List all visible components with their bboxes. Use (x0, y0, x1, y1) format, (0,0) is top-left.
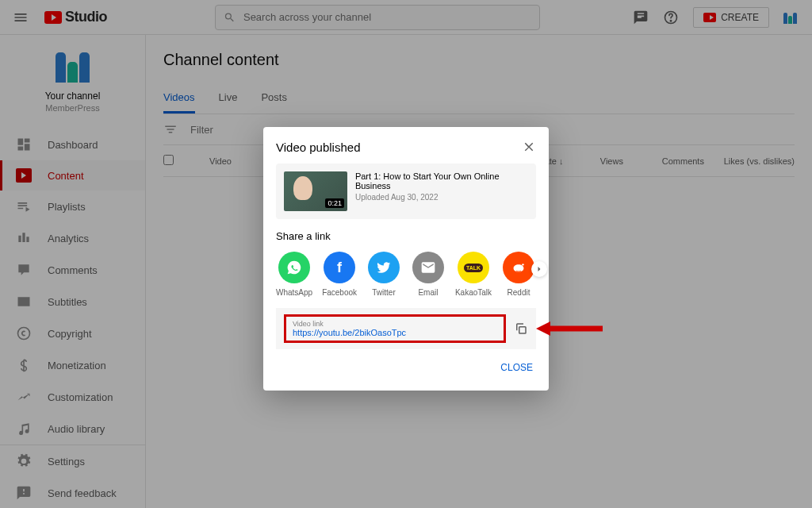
reddit-icon (503, 252, 534, 283)
facebook-icon: f (324, 252, 355, 283)
close-button[interactable]: CLOSE (497, 357, 536, 378)
video-published-dialog: Video published 0:21 Part 1: How to Star… (263, 127, 549, 391)
annotation-arrow (536, 319, 603, 338)
share-facebook[interactable]: fFacebook (322, 252, 357, 297)
kakaotalk-icon: TALK (458, 252, 489, 283)
share-email[interactable]: Email (411, 252, 446, 297)
share-kakaotalk[interactable]: TALKKakaoTalk (455, 252, 492, 297)
share-heading: Share a link (276, 230, 536, 242)
modal-overlay[interactable]: Video published 0:21 Part 1: How to Star… (0, 0, 812, 508)
share-twitter[interactable]: Twitter (366, 252, 401, 297)
video-link-url[interactable]: https://youtu.be/2bikOasoTpc (293, 328, 497, 337)
video-thumbnail: 0:21 (284, 171, 347, 211)
share-row: WhatsApp fFacebook Twitter Email TALKKak… (276, 252, 536, 297)
copy-icon[interactable] (514, 321, 528, 336)
dialog-header: Video published (276, 140, 536, 154)
share-scroll-right[interactable] (531, 261, 547, 277)
video-link-highlight: Video link https://youtu.be/2bikOasoTpc (284, 314, 506, 343)
twitter-icon (368, 252, 400, 283)
svg-point-5 (522, 264, 523, 265)
email-icon (412, 252, 444, 283)
share-reddit[interactable]: Reddit (501, 252, 536, 297)
whatsapp-icon (278, 252, 310, 283)
svg-rect-6 (519, 327, 526, 333)
close-icon[interactable] (522, 140, 536, 154)
dialog-footer: CLOSE (276, 357, 536, 378)
video-link-label: Video link (293, 320, 497, 328)
video-card: 0:21 Part 1: How to Start Your Own Onlin… (276, 164, 536, 219)
svg-marker-8 (536, 321, 550, 336)
dialog-title: Video published (276, 140, 360, 154)
duration-badge: 0:21 (325, 198, 344, 208)
video-link-box: Video link https://youtu.be/2bikOasoTpc (276, 308, 536, 349)
video-title: Part 1: How to Start Your Own Online Bus… (355, 171, 528, 190)
video-uploaded: Uploaded Aug 30, 2022 (355, 193, 528, 202)
share-whatsapp[interactable]: WhatsApp (276, 252, 312, 297)
